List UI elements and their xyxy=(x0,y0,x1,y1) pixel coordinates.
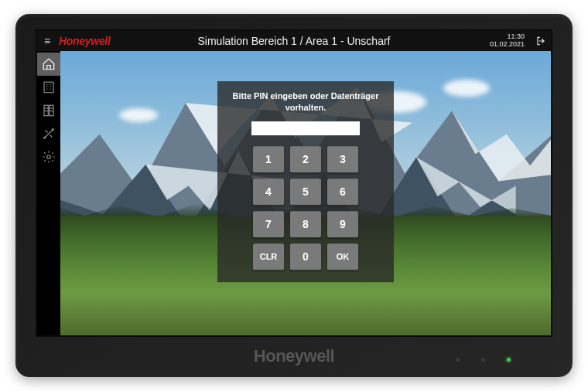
key-4[interactable]: 4 xyxy=(253,178,284,205)
logout-icon xyxy=(535,36,546,46)
key-0[interactable]: 0 xyxy=(290,243,321,270)
led-2 xyxy=(481,358,485,362)
hamburger-icon: ≡ xyxy=(44,35,50,47)
brand-logo: Honeywell xyxy=(59,35,111,47)
side-nav xyxy=(37,51,60,335)
building-icon xyxy=(42,80,56,94)
bezel-brand: Honeywell xyxy=(15,346,573,366)
pin-input[interactable] xyxy=(251,121,360,135)
menu-button[interactable]: ≡ xyxy=(37,31,57,51)
svg-rect-1 xyxy=(44,105,48,116)
nav-home[interactable] xyxy=(37,53,60,76)
key-7[interactable]: 7 xyxy=(253,211,284,237)
tools-icon xyxy=(42,127,56,141)
key-2[interactable]: 2 xyxy=(290,146,321,172)
status-leds xyxy=(456,358,511,362)
nav-settings[interactable] xyxy=(37,145,60,168)
led-3 xyxy=(507,358,511,362)
top-bar: ≡ Honeywell Simulation Bereich 1 / Area … xyxy=(37,31,551,51)
device-frame: ≡ Honeywell Simulation Bereich 1 / Area … xyxy=(15,14,573,377)
pin-message-line2: vorhalten. xyxy=(285,103,326,112)
key-5[interactable]: 5 xyxy=(290,178,321,205)
key-3[interactable]: 3 xyxy=(327,146,358,172)
home-icon xyxy=(42,57,56,71)
logout-button[interactable] xyxy=(535,36,546,46)
nav-building[interactable] xyxy=(37,76,60,99)
keypad: 1 2 3 4 5 6 7 8 9 CLR 0 OK xyxy=(230,146,381,270)
key-ok[interactable]: OK xyxy=(327,243,358,270)
pin-message-line1: Bitte PIN eingeben oder Datenträger xyxy=(233,91,379,100)
gear-icon xyxy=(42,150,56,164)
svg-rect-2 xyxy=(50,105,53,116)
svg-point-4 xyxy=(52,129,53,131)
key-6[interactable]: 6 xyxy=(327,178,358,205)
screen: ≡ Honeywell Simulation Bereich 1 / Area … xyxy=(36,29,552,337)
date-label: 01.02.2021 xyxy=(490,41,525,49)
datetime-display: 11:30 01.02.2021 xyxy=(490,33,525,49)
key-8[interactable]: 8 xyxy=(290,211,321,237)
page-title: Simulation Bereich 1 / Area 1 - Unscharf xyxy=(37,35,551,47)
key-1[interactable]: 1 xyxy=(253,146,284,172)
key-clr[interactable]: CLR xyxy=(253,243,284,270)
svg-rect-0 xyxy=(44,82,53,93)
content-area: Bitte PIN eingeben oder Datenträger vorh… xyxy=(37,51,551,335)
pin-dialog: Bitte PIN eingeben oder Datenträger vorh… xyxy=(217,81,394,282)
led-1 xyxy=(456,358,460,362)
main-area: Bitte PIN eingeben oder Datenträger vorh… xyxy=(60,51,551,335)
nav-shutters[interactable] xyxy=(37,99,60,122)
pin-message: Bitte PIN eingeben oder Datenträger vorh… xyxy=(230,90,381,114)
shutters-icon xyxy=(42,104,56,117)
svg-point-3 xyxy=(44,137,46,138)
key-9[interactable]: 9 xyxy=(327,211,358,237)
nav-tools[interactable] xyxy=(37,122,60,145)
svg-point-5 xyxy=(47,155,51,159)
